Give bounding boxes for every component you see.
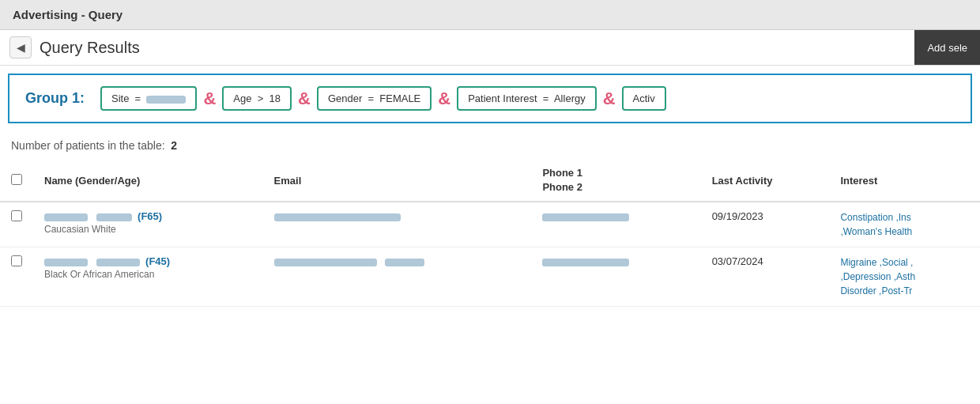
- filter-patient-interest-text: Patient Interest = Allergy: [468, 93, 586, 104]
- filter-active-text: Activ: [633, 93, 655, 104]
- row1-phone-blurred: [542, 213, 629, 221]
- col-name: Name (Gender/Age): [33, 160, 263, 202]
- row1-name-part2-blurred: [96, 213, 132, 221]
- row1-email-blurred: [274, 213, 401, 221]
- row2-name-cell: (F45) Black Or African American: [33, 247, 263, 307]
- ampersand-4: &: [603, 89, 616, 109]
- query-results-title: Query Results: [40, 39, 140, 57]
- row2-gender-age: (F45): [145, 255, 170, 267]
- filter-age: Age > 18: [222, 86, 292, 111]
- row1-name-cell: (F65) Caucasian White: [33, 202, 263, 247]
- filter-patient-interest: Patient Interest = Allergy: [457, 86, 597, 111]
- add-selected-button[interactable]: Add sele: [914, 30, 980, 65]
- filter-site-value-blurred: [146, 96, 186, 104]
- row2-email-blurred2: [385, 259, 424, 266]
- filter-site: Site =: [100, 86, 197, 111]
- table-row: (F65) Caucasian White 09/19/2023 Constip…: [0, 202, 980, 247]
- row1-gender-age: (F65): [138, 210, 162, 222]
- select-all-checkbox[interactable]: [11, 174, 22, 185]
- row2-interest: Migraine ,Social ,,Depression ,AsthDisor…: [829, 247, 980, 307]
- patients-count: Number of patients in the table: 2: [0, 131, 980, 160]
- col-last-activity: Last Activity: [701, 160, 830, 202]
- filter-site-text: Site =: [111, 93, 146, 104]
- row1-last-activity: 09/19/2023: [701, 202, 830, 247]
- row2-email-cell: [263, 247, 532, 307]
- table-header-row: Name (Gender/Age) Email Phone 1Phone 2 L…: [0, 160, 980, 202]
- row2-checkbox[interactable]: [11, 255, 22, 266]
- row1-race: Caucasian White: [44, 224, 252, 235]
- title-bar: Advertising - Query: [0, 0, 980, 30]
- row2-name: (F45): [44, 255, 252, 267]
- row2-phone-blurred: [542, 259, 629, 266]
- back-icon: ◀: [17, 41, 25, 54]
- col-phone: Phone 1Phone 2: [531, 160, 700, 202]
- row2-name-part1-blurred: [44, 259, 88, 266]
- row2-interest-text: Migraine ,Social ,,Depression ,AsthDisor…: [840, 255, 969, 298]
- filter-gender-text: Gender = FEMALE: [328, 93, 420, 104]
- patients-count-label: Number of patients in the table:: [11, 139, 165, 152]
- col-email: Email: [263, 160, 532, 202]
- table-row: (F45) Black Or African American 03/07/20…: [0, 247, 980, 307]
- back-button[interactable]: ◀: [9, 36, 32, 59]
- row2-email-blurred: [274, 259, 377, 266]
- toolbar: ◀ Query Results Add sele: [0, 30, 980, 66]
- row1-interest: Constipation ,Ins,Woman's Health: [829, 202, 980, 247]
- group-section: Group 1: Site = & Age > 18 & Gender = FE…: [8, 74, 972, 123]
- ampersand-3: &: [438, 89, 450, 109]
- row1-interest-text: Constipation ,Ins,Woman's Health: [840, 210, 969, 239]
- filter-age-text: Age > 18: [233, 93, 281, 104]
- patients-count-number: 2: [171, 139, 177, 152]
- row1-checkbox-cell[interactable]: [0, 202, 33, 247]
- row2-checkbox-cell[interactable]: [0, 247, 33, 307]
- filter-gender: Gender = FEMALE: [317, 86, 432, 111]
- row2-phone-cell: [531, 247, 700, 307]
- row1-name: (F65): [44, 210, 252, 222]
- filter-active: Activ: [622, 86, 666, 111]
- row1-checkbox[interactable]: [11, 210, 22, 221]
- row2-last-activity: 03/07/2024: [701, 247, 830, 307]
- row2-name-part2-blurred: [96, 259, 140, 266]
- row1-name-part1-blurred: [44, 213, 88, 221]
- title-bar-label: Advertising - Query: [13, 8, 122, 21]
- select-all-col[interactable]: [0, 160, 33, 202]
- row1-phone-cell: [531, 202, 700, 247]
- group-label: Group 1:: [25, 90, 85, 107]
- ampersand-2: &: [298, 89, 311, 109]
- col-interest: Interest: [829, 160, 980, 202]
- ampersand-1: &: [203, 89, 216, 109]
- row2-race: Black Or African American: [44, 269, 252, 280]
- patients-table: Name (Gender/Age) Email Phone 1Phone 2 L…: [0, 160, 980, 307]
- row1-email-cell: [263, 202, 532, 247]
